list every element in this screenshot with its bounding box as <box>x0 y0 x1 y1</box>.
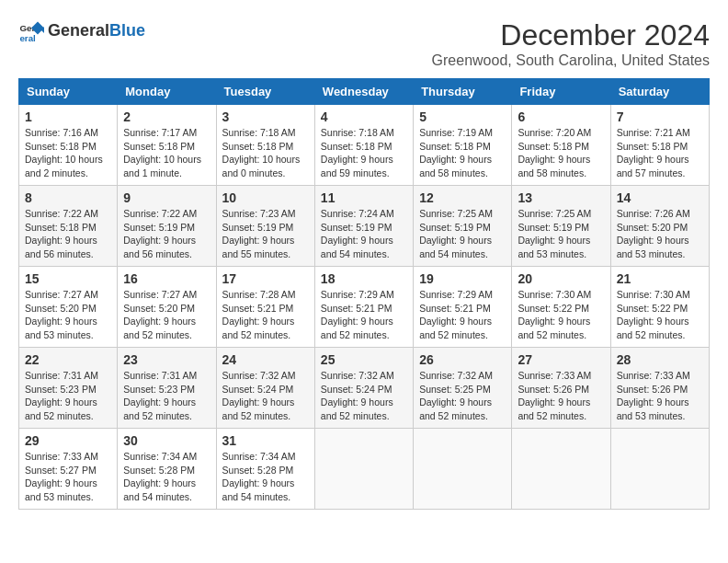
svg-text:eral: eral <box>19 33 36 43</box>
day-number: 1 <box>25 109 111 124</box>
calendar-cell <box>314 429 413 510</box>
calendar-cell: 3Sunrise: 7:18 AMSunset: 5:18 PMDaylight… <box>216 105 314 186</box>
calendar-cell: 11Sunrise: 7:24 AMSunset: 5:19 PMDayligh… <box>314 186 413 267</box>
day-info: Sunrise: 7:30 AMSunset: 5:22 PMDaylight:… <box>518 288 604 342</box>
day-info: Sunrise: 7:19 AMSunset: 5:18 PMDaylight:… <box>419 126 506 180</box>
day-info: Sunrise: 7:26 AMSunset: 5:20 PMDaylight:… <box>617 207 703 261</box>
calendar-cell: 1Sunrise: 7:16 AMSunset: 5:18 PMDaylight… <box>19 105 118 186</box>
day-number: 7 <box>617 109 703 124</box>
day-info: Sunrise: 7:32 AMSunset: 5:24 PMDaylight:… <box>321 369 407 423</box>
day-info: Sunrise: 7:32 AMSunset: 5:24 PMDaylight:… <box>222 369 309 423</box>
calendar-cell: 8Sunrise: 7:22 AMSunset: 5:18 PMDaylight… <box>19 186 118 267</box>
calendar-week-5: 29Sunrise: 7:33 AMSunset: 5:27 PMDayligh… <box>19 429 710 510</box>
day-number: 25 <box>321 352 407 367</box>
day-number: 12 <box>419 190 506 205</box>
calendar-week-2: 8Sunrise: 7:22 AMSunset: 5:18 PMDaylight… <box>19 186 710 267</box>
calendar-cell: 21Sunrise: 7:30 AMSunset: 5:22 PMDayligh… <box>610 267 709 348</box>
calendar-cell: 23Sunrise: 7:31 AMSunset: 5:23 PMDayligh… <box>118 348 216 429</box>
day-number: 13 <box>518 190 604 205</box>
header-friday: Friday <box>512 79 610 105</box>
calendar-week-4: 22Sunrise: 7:31 AMSunset: 5:23 PMDayligh… <box>19 348 710 429</box>
day-info: Sunrise: 7:22 AMSunset: 5:18 PMDaylight:… <box>25 207 111 261</box>
day-info: Sunrise: 7:25 AMSunset: 5:19 PMDaylight:… <box>518 207 604 261</box>
day-number: 29 <box>25 433 111 448</box>
day-number: 4 <box>321 109 407 124</box>
day-info: Sunrise: 7:34 AMSunset: 5:28 PMDaylight:… <box>222 450 309 504</box>
day-number: 14 <box>617 190 703 205</box>
calendar-cell <box>414 429 512 510</box>
logo-icon: Gen eral <box>18 18 44 44</box>
calendar-cell: 31Sunrise: 7:34 AMSunset: 5:28 PMDayligh… <box>216 429 314 510</box>
day-info: Sunrise: 7:27 AMSunset: 5:20 PMDaylight:… <box>123 288 210 342</box>
day-info: Sunrise: 7:21 AMSunset: 5:18 PMDaylight:… <box>617 126 703 180</box>
day-number: 6 <box>518 109 604 124</box>
calendar-cell: 5Sunrise: 7:19 AMSunset: 5:18 PMDaylight… <box>414 105 512 186</box>
day-info: Sunrise: 7:24 AMSunset: 5:19 PMDaylight:… <box>321 207 407 261</box>
day-number: 3 <box>222 109 309 124</box>
day-info: Sunrise: 7:33 AMSunset: 5:27 PMDaylight:… <box>25 450 111 504</box>
calendar-cell <box>610 429 709 510</box>
calendar-cell: 2Sunrise: 7:17 AMSunset: 5:18 PMDaylight… <box>118 105 216 186</box>
location-title: Greenwood, South Carolina, United States <box>432 52 710 69</box>
calendar-cell: 28Sunrise: 7:33 AMSunset: 5:26 PMDayligh… <box>610 348 709 429</box>
calendar-table: SundayMondayTuesdayWednesdayThursdayFrid… <box>18 78 710 510</box>
day-number: 5 <box>419 109 506 124</box>
day-number: 9 <box>123 190 210 205</box>
header-sunday: Sunday <box>19 79 118 105</box>
day-info: Sunrise: 7:30 AMSunset: 5:22 PMDaylight:… <box>617 288 703 342</box>
calendar-cell: 27Sunrise: 7:33 AMSunset: 5:26 PMDayligh… <box>512 348 610 429</box>
day-info: Sunrise: 7:34 AMSunset: 5:28 PMDaylight:… <box>123 450 210 504</box>
calendar-cell: 9Sunrise: 7:22 AMSunset: 5:19 PMDaylight… <box>118 186 216 267</box>
calendar-cell: 10Sunrise: 7:23 AMSunset: 5:19 PMDayligh… <box>216 186 314 267</box>
calendar-cell: 24Sunrise: 7:32 AMSunset: 5:24 PMDayligh… <box>216 348 314 429</box>
day-info: Sunrise: 7:17 AMSunset: 5:18 PMDaylight:… <box>123 126 210 180</box>
day-number: 17 <box>222 271 309 286</box>
calendar-cell: 30Sunrise: 7:34 AMSunset: 5:28 PMDayligh… <box>118 429 216 510</box>
calendar-cell: 13Sunrise: 7:25 AMSunset: 5:19 PMDayligh… <box>512 186 610 267</box>
calendar-cell: 26Sunrise: 7:32 AMSunset: 5:25 PMDayligh… <box>414 348 512 429</box>
calendar-cell: 7Sunrise: 7:21 AMSunset: 5:18 PMDaylight… <box>610 105 709 186</box>
header-saturday: Saturday <box>610 79 709 105</box>
calendar-cell: 4Sunrise: 7:18 AMSunset: 5:18 PMDaylight… <box>314 105 413 186</box>
day-info: Sunrise: 7:31 AMSunset: 5:23 PMDaylight:… <box>123 369 210 423</box>
header-tuesday: Tuesday <box>216 79 314 105</box>
day-info: Sunrise: 7:31 AMSunset: 5:23 PMDaylight:… <box>25 369 111 423</box>
calendar-cell: 14Sunrise: 7:26 AMSunset: 5:20 PMDayligh… <box>610 186 709 267</box>
day-number: 23 <box>123 352 210 367</box>
day-info: Sunrise: 7:27 AMSunset: 5:20 PMDaylight:… <box>25 288 111 342</box>
calendar-week-3: 15Sunrise: 7:27 AMSunset: 5:20 PMDayligh… <box>19 267 710 348</box>
calendar-cell: 22Sunrise: 7:31 AMSunset: 5:23 PMDayligh… <box>19 348 118 429</box>
calendar-cell: 16Sunrise: 7:27 AMSunset: 5:20 PMDayligh… <box>118 267 216 348</box>
day-number: 10 <box>222 190 309 205</box>
calendar-cell: 6Sunrise: 7:20 AMSunset: 5:18 PMDaylight… <box>512 105 610 186</box>
day-info: Sunrise: 7:29 AMSunset: 5:21 PMDaylight:… <box>321 288 407 342</box>
day-info: Sunrise: 7:33 AMSunset: 5:26 PMDaylight:… <box>518 369 604 423</box>
calendar-cell: 19Sunrise: 7:29 AMSunset: 5:21 PMDayligh… <box>414 267 512 348</box>
calendar-header-row: SundayMondayTuesdayWednesdayThursdayFrid… <box>19 79 710 105</box>
calendar-cell: 20Sunrise: 7:30 AMSunset: 5:22 PMDayligh… <box>512 267 610 348</box>
calendar-cell: 17Sunrise: 7:28 AMSunset: 5:21 PMDayligh… <box>216 267 314 348</box>
day-info: Sunrise: 7:23 AMSunset: 5:19 PMDaylight:… <box>222 207 309 261</box>
day-info: Sunrise: 7:28 AMSunset: 5:21 PMDaylight:… <box>222 288 309 342</box>
day-info: Sunrise: 7:18 AMSunset: 5:18 PMDaylight:… <box>222 126 309 180</box>
day-number: 27 <box>518 352 604 367</box>
day-number: 11 <box>321 190 407 205</box>
month-title: December 2024 <box>432 18 710 52</box>
logo-text: GeneralBlue <box>48 21 145 41</box>
day-number: 18 <box>321 271 407 286</box>
header-monday: Monday <box>118 79 216 105</box>
calendar-cell: 18Sunrise: 7:29 AMSunset: 5:21 PMDayligh… <box>314 267 413 348</box>
day-number: 24 <box>222 352 309 367</box>
calendar-cell <box>512 429 610 510</box>
day-number: 22 <box>25 352 111 367</box>
calendar-cell: 12Sunrise: 7:25 AMSunset: 5:19 PMDayligh… <box>414 186 512 267</box>
day-info: Sunrise: 7:20 AMSunset: 5:18 PMDaylight:… <box>518 126 604 180</box>
day-info: Sunrise: 7:29 AMSunset: 5:21 PMDaylight:… <box>419 288 506 342</box>
header-wednesday: Wednesday <box>314 79 413 105</box>
day-number: 28 <box>617 352 703 367</box>
day-number: 19 <box>419 271 506 286</box>
logo: Gen eral GeneralBlue <box>18 18 145 44</box>
day-info: Sunrise: 7:18 AMSunset: 5:18 PMDaylight:… <box>321 126 407 180</box>
header-thursday: Thursday <box>414 79 512 105</box>
calendar-cell: 25Sunrise: 7:32 AMSunset: 5:24 PMDayligh… <box>314 348 413 429</box>
